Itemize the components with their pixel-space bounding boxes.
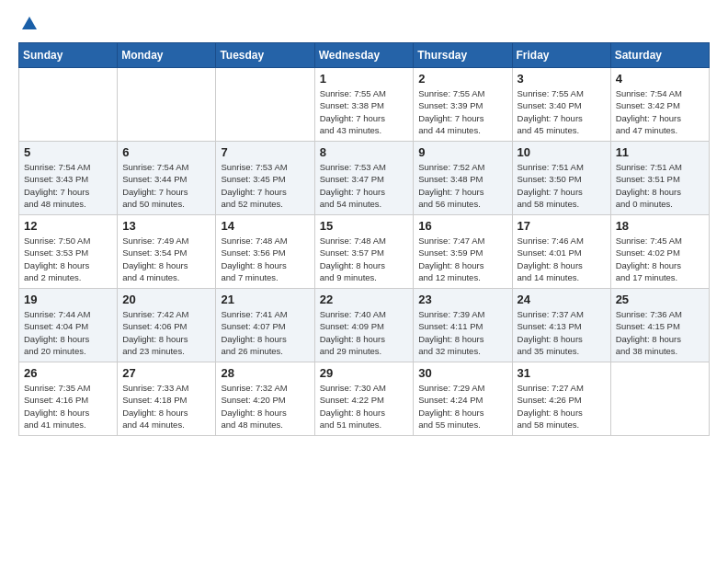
calendar-cell: 10Sunrise: 7:51 AMSunset: 3:50 PMDayligh… — [512, 142, 610, 215]
page-header — [18, 15, 710, 35]
day-info: Sunrise: 7:51 AMSunset: 3:50 PMDaylight:… — [518, 161, 606, 210]
day-number: 14 — [221, 219, 309, 233]
day-header-tuesday: Tuesday — [216, 43, 314, 68]
day-info: Sunrise: 7:33 AMSunset: 4:18 PMDaylight:… — [122, 382, 210, 431]
calendar-cell: 24Sunrise: 7:37 AMSunset: 4:13 PMDayligh… — [512, 289, 610, 362]
week-row-3: 12Sunrise: 7:50 AMSunset: 3:53 PMDayligh… — [19, 215, 710, 289]
day-number: 25 — [616, 293, 704, 306]
day-info: Sunrise: 7:52 AMSunset: 3:48 PMDaylight:… — [418, 161, 506, 210]
day-number: 1 — [320, 72, 409, 86]
calendar-cell: 2Sunrise: 7:55 AMSunset: 3:39 PMDaylight… — [414, 68, 512, 142]
day-info: Sunrise: 7:48 AMSunset: 3:56 PMDaylight:… — [221, 235, 309, 283]
calendar-cell: 13Sunrise: 7:49 AMSunset: 3:54 PMDayligh… — [118, 215, 216, 289]
day-header-friday: Friday — [512, 43, 610, 68]
calendar-cell: 19Sunrise: 7:44 AMSunset: 4:04 PMDayligh… — [19, 289, 118, 362]
calendar-cell: 4Sunrise: 7:54 AMSunset: 3:42 PMDaylight… — [610, 68, 709, 142]
day-number: 17 — [518, 219, 606, 233]
calendar-cell: 14Sunrise: 7:48 AMSunset: 3:56 PMDayligh… — [216, 215, 314, 289]
day-header-sunday: Sunday — [19, 43, 118, 68]
day-number: 18 — [616, 219, 704, 233]
day-info: Sunrise: 7:37 AMSunset: 4:13 PMDaylight:… — [518, 308, 606, 357]
week-row-4: 19Sunrise: 7:44 AMSunset: 4:04 PMDayligh… — [19, 289, 710, 362]
calendar-cell: 20Sunrise: 7:42 AMSunset: 4:06 PMDayligh… — [118, 289, 216, 362]
day-info: Sunrise: 7:40 AMSunset: 4:09 PMDaylight:… — [320, 308, 409, 357]
day-number: 7 — [221, 145, 309, 159]
day-number: 19 — [24, 293, 112, 306]
week-row-5: 26Sunrise: 7:35 AMSunset: 4:16 PMDayligh… — [19, 362, 710, 436]
day-info: Sunrise: 7:55 AMSunset: 3:40 PMDaylight:… — [518, 87, 606, 136]
day-number: 8 — [320, 145, 409, 159]
day-info: Sunrise: 7:27 AMSunset: 4:26 PMDaylight:… — [518, 382, 606, 431]
day-number: 26 — [24, 366, 112, 380]
day-info: Sunrise: 7:47 AMSunset: 3:59 PMDaylight:… — [418, 235, 506, 283]
calendar-cell: 8Sunrise: 7:53 AMSunset: 3:47 PMDaylight… — [314, 142, 414, 215]
calendar-cell: 7Sunrise: 7:53 AMSunset: 3:45 PMDaylight… — [216, 142, 314, 215]
day-number: 13 — [122, 219, 210, 233]
calendar-cell: 22Sunrise: 7:40 AMSunset: 4:09 PMDayligh… — [314, 289, 414, 362]
day-info: Sunrise: 7:30 AMSunset: 4:22 PMDaylight:… — [320, 382, 409, 431]
day-info: Sunrise: 7:32 AMSunset: 4:20 PMDaylight:… — [221, 382, 309, 431]
day-number: 27 — [122, 366, 210, 380]
day-info: Sunrise: 7:55 AMSunset: 3:39 PMDaylight:… — [418, 87, 506, 136]
day-number: 5 — [24, 145, 112, 159]
day-number: 16 — [418, 219, 506, 233]
calendar-cell: 28Sunrise: 7:32 AMSunset: 4:20 PMDayligh… — [216, 362, 314, 436]
calendar-cell: 18Sunrise: 7:45 AMSunset: 4:02 PMDayligh… — [610, 215, 709, 289]
week-row-2: 5Sunrise: 7:54 AMSunset: 3:43 PMDaylight… — [19, 142, 710, 215]
calendar-table: SundayMondayTuesdayWednesdayThursdayFrid… — [18, 42, 710, 436]
calendar-cell: 26Sunrise: 7:35 AMSunset: 4:16 PMDayligh… — [19, 362, 118, 436]
calendar-cell: 16Sunrise: 7:47 AMSunset: 3:59 PMDayligh… — [414, 215, 512, 289]
day-header-monday: Monday — [118, 43, 216, 68]
day-number: 20 — [122, 293, 210, 306]
day-info: Sunrise: 7:42 AMSunset: 4:06 PMDaylight:… — [122, 308, 210, 357]
calendar-cell: 1Sunrise: 7:55 AMSunset: 3:38 PMDaylight… — [314, 68, 414, 142]
calendar-cell: 27Sunrise: 7:33 AMSunset: 4:18 PMDayligh… — [118, 362, 216, 436]
day-header-thursday: Thursday — [414, 43, 512, 68]
calendar-cell: 23Sunrise: 7:39 AMSunset: 4:11 PMDayligh… — [414, 289, 512, 362]
day-info: Sunrise: 7:54 AMSunset: 3:43 PMDaylight:… — [24, 161, 112, 210]
calendar-cell: 12Sunrise: 7:50 AMSunset: 3:53 PMDayligh… — [19, 215, 118, 289]
day-info: Sunrise: 7:48 AMSunset: 3:57 PMDaylight:… — [320, 235, 409, 283]
day-info: Sunrise: 7:29 AMSunset: 4:24 PMDaylight:… — [418, 382, 506, 431]
calendar-cell — [610, 362, 709, 436]
day-info: Sunrise: 7:44 AMSunset: 4:04 PMDaylight:… — [24, 308, 112, 357]
calendar-cell: 5Sunrise: 7:54 AMSunset: 3:43 PMDaylight… — [19, 142, 118, 215]
day-number: 11 — [616, 145, 704, 159]
day-number: 3 — [518, 72, 606, 86]
day-number: 6 — [122, 145, 210, 159]
day-number: 2 — [418, 72, 506, 86]
week-row-1: 1Sunrise: 7:55 AMSunset: 3:38 PMDaylight… — [19, 68, 710, 142]
day-number: 30 — [418, 366, 506, 380]
day-info: Sunrise: 7:36 AMSunset: 4:15 PMDaylight:… — [616, 308, 704, 357]
day-info: Sunrise: 7:53 AMSunset: 3:45 PMDaylight:… — [221, 161, 309, 210]
day-info: Sunrise: 7:35 AMSunset: 4:16 PMDaylight:… — [24, 382, 112, 431]
logo — [18, 15, 39, 35]
day-header-saturday: Saturday — [610, 43, 709, 68]
day-info: Sunrise: 7:45 AMSunset: 4:02 PMDaylight:… — [616, 235, 704, 283]
calendar-cell: 29Sunrise: 7:30 AMSunset: 4:22 PMDayligh… — [314, 362, 414, 436]
day-number: 29 — [320, 366, 409, 380]
day-info: Sunrise: 7:55 AMSunset: 3:38 PMDaylight:… — [320, 87, 409, 136]
calendar-cell: 25Sunrise: 7:36 AMSunset: 4:15 PMDayligh… — [610, 289, 709, 362]
day-number: 23 — [418, 293, 506, 306]
day-number: 21 — [221, 293, 309, 306]
day-number: 28 — [221, 366, 309, 380]
calendar-cell: 15Sunrise: 7:48 AMSunset: 3:57 PMDayligh… — [314, 215, 414, 289]
calendar-cell: 6Sunrise: 7:54 AMSunset: 3:44 PMDaylight… — [118, 142, 216, 215]
day-info: Sunrise: 7:39 AMSunset: 4:11 PMDaylight:… — [418, 308, 506, 357]
day-info: Sunrise: 7:49 AMSunset: 3:54 PMDaylight:… — [122, 235, 210, 283]
day-info: Sunrise: 7:54 AMSunset: 3:44 PMDaylight:… — [122, 161, 210, 210]
calendar-cell: 21Sunrise: 7:41 AMSunset: 4:07 PMDayligh… — [216, 289, 314, 362]
calendar-cell: 3Sunrise: 7:55 AMSunset: 3:40 PMDaylight… — [512, 68, 610, 142]
calendar-cell: 17Sunrise: 7:46 AMSunset: 4:01 PMDayligh… — [512, 215, 610, 289]
calendar-cell: 31Sunrise: 7:27 AMSunset: 4:26 PMDayligh… — [512, 362, 610, 436]
day-info: Sunrise: 7:46 AMSunset: 4:01 PMDaylight:… — [518, 235, 606, 283]
day-info: Sunrise: 7:41 AMSunset: 4:07 PMDaylight:… — [221, 308, 309, 357]
day-number: 15 — [320, 219, 409, 233]
day-info: Sunrise: 7:54 AMSunset: 3:42 PMDaylight:… — [616, 87, 704, 136]
day-number: 12 — [24, 219, 112, 233]
logo-icon — [20, 15, 39, 33]
day-number: 24 — [518, 293, 606, 306]
day-info: Sunrise: 7:51 AMSunset: 3:51 PMDaylight:… — [616, 161, 704, 210]
calendar-cell — [216, 68, 314, 142]
